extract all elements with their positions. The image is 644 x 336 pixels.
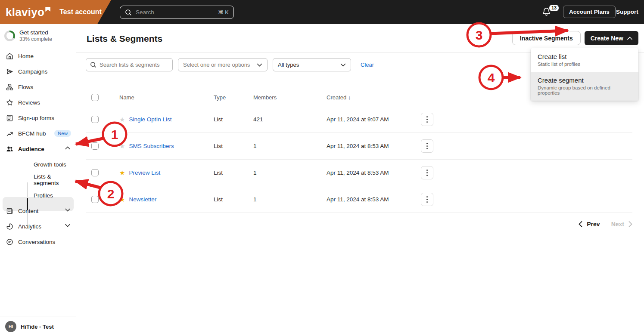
sidebar-item-label: Lists & segments (34, 173, 76, 186)
star-icon[interactable]: ★ (119, 143, 125, 149)
row-actions-button[interactable] (421, 193, 433, 206)
members-cell: 1 (253, 170, 327, 176)
list-name-link[interactable]: Newsletter (129, 196, 156, 203)
next-page-button[interactable]: Next (611, 221, 632, 228)
table-row: ★Preview List List 1 Apr 11, 2024 at 8:5… (86, 160, 632, 186)
global-search[interactable]: ⌘ K (120, 6, 234, 19)
top-bar: klaviyo Test account ⌘ K 13 Account Plan… (0, 0, 644, 24)
account-plans-button[interactable]: Account Plans (563, 6, 616, 18)
list-name-link[interactable]: Preview List (129, 170, 160, 176)
list-search-input[interactable] (100, 62, 168, 68)
pagination: Prev Next (579, 221, 632, 228)
get-started-widget[interactable]: Get started 33% complete (4, 29, 52, 42)
user-name: HiTide - Test (21, 324, 54, 330)
star-icon[interactable]: ★ (119, 170, 125, 176)
row-checkbox[interactable] (91, 196, 99, 203)
user-menu[interactable]: HI HiTide - Test (5, 321, 54, 332)
column-header-members[interactable]: Members (253, 94, 327, 101)
sidebar-item-flows[interactable]: Flows (0, 79, 76, 95)
sidebar-item-lists-segments[interactable]: Lists & segments (0, 172, 76, 188)
created-cell: Apr 11, 2024 at 9:07 AM (327, 116, 421, 123)
column-header-name[interactable]: Name (119, 94, 214, 101)
row-actions-button[interactable] (421, 139, 433, 153)
sidebar-item-reviews[interactable]: Reviews (0, 95, 76, 110)
prev-page-button[interactable]: Prev (579, 221, 600, 228)
type-filter-select[interactable]: All types (273, 58, 351, 71)
divider (86, 213, 632, 213)
sidebar-item-label: Profiles (34, 192, 53, 199)
sidebar-item-label: Sign-up forms (18, 115, 54, 121)
sidebar-item-campaigns[interactable]: Campaigns (0, 64, 76, 79)
table-row: ★Newsletter List 1 Apr 11, 2024 at 8:53 … (86, 186, 632, 213)
create-new-menu: Create list Static list of profiles Crea… (531, 48, 638, 101)
logo-text: klaviyo (6, 6, 44, 18)
menu-item-title: Create list (538, 53, 632, 60)
sidebar-item-label: Audience (18, 146, 44, 152)
members-cell: 1 (253, 143, 327, 149)
support-link[interactable]: Support (616, 9, 638, 15)
send-icon (6, 68, 13, 75)
sidebar-item-label: Analytics (18, 223, 41, 230)
row-checkbox[interactable] (91, 169, 99, 176)
column-header-type[interactable]: Type (214, 94, 253, 101)
search-icon (90, 62, 96, 68)
prev-label: Prev (587, 221, 600, 228)
sidebar-item-content[interactable]: Content (0, 203, 76, 219)
form-icon (6, 114, 13, 122)
inactive-segments-button[interactable]: Inactive Segments (512, 31, 581, 45)
type-cell: List (214, 116, 253, 123)
members-cell: 1 (253, 196, 327, 203)
klaviyo-logo[interactable]: klaviyo (6, 6, 50, 18)
sidebar-item-profiles[interactable]: Profiles (0, 188, 76, 203)
sidebar-item-audience[interactable]: Audience (0, 141, 76, 157)
sidebar-item-bfcm-hub[interactable]: BFCM hub New (0, 126, 76, 141)
type-cell: List (214, 196, 253, 203)
sidebar-item-analytics[interactable]: Analytics (0, 219, 76, 234)
sidebar-item-label: Reviews (18, 99, 40, 106)
clear-filters-link[interactable]: Clear (361, 62, 374, 68)
notifications-count-badge: 13 (548, 4, 560, 12)
row-actions-button[interactable] (421, 166, 433, 179)
search-icon (125, 9, 132, 16)
filter-bar: Select one or more options All types Cle… (86, 58, 374, 71)
menu-item-create-segment[interactable]: Create segment Dynamic group based on de… (531, 72, 638, 101)
row-checkbox[interactable] (91, 116, 99, 123)
type-cell: List (214, 170, 253, 176)
star-icon[interactable]: ★ (119, 196, 125, 203)
column-header-label: Created (327, 94, 346, 101)
menu-item-title: Create segment (538, 77, 632, 84)
sidebar-item-signup-forms[interactable]: Sign-up forms (0, 110, 76, 126)
next-label: Next (611, 221, 624, 228)
type-cell: List (214, 143, 253, 149)
members-cell: 421 (253, 116, 327, 123)
new-badge: New (54, 130, 71, 137)
list-name-link[interactable]: SMS Subscribers (129, 143, 174, 149)
sidebar-item-home[interactable]: Home (0, 48, 76, 64)
sidebar-item-growth-tools[interactable]: Growth tools (0, 157, 76, 172)
trend-icon (6, 130, 13, 137)
list-name-link[interactable]: Single OptIn List (129, 116, 171, 123)
tags-filter-select[interactable]: Select one or more options (178, 58, 268, 71)
tags-filter-value: Select one or more options (183, 62, 250, 68)
column-header-created[interactable]: Created ↓ (327, 94, 421, 101)
created-cell: Apr 11, 2024 at 8:53 AM (327, 196, 421, 203)
sidebar-item-conversations[interactable]: Conversations (0, 234, 76, 250)
sidebar-item-label: Home (18, 53, 34, 59)
account-name[interactable]: Test account (59, 8, 102, 16)
chevron-up-icon (627, 37, 632, 40)
global-search-input[interactable] (136, 9, 214, 15)
create-new-button[interactable]: Create New (585, 31, 638, 45)
created-cell: Apr 11, 2024 at 8:53 AM (327, 143, 421, 149)
get-started-progress: 33% complete (19, 36, 52, 42)
menu-item-create-list[interactable]: Create list Static list of profiles (531, 48, 638, 72)
select-all-checkbox[interactable] (91, 94, 99, 101)
star-outline-icon (6, 99, 13, 106)
row-checkbox[interactable] (91, 142, 99, 150)
klaviyo-app: klaviyo Test account ⌘ K 13 Account Plan… (0, 0, 644, 336)
page-title: Lists & Segments (87, 34, 162, 44)
star-icon[interactable]: ★ (119, 116, 125, 123)
row-actions-button[interactable] (421, 113, 433, 126)
created-cell: Apr 11, 2024 at 8:53 AM (327, 170, 421, 176)
klaviyo-flag-icon (45, 7, 50, 12)
list-search-field[interactable] (86, 58, 173, 71)
